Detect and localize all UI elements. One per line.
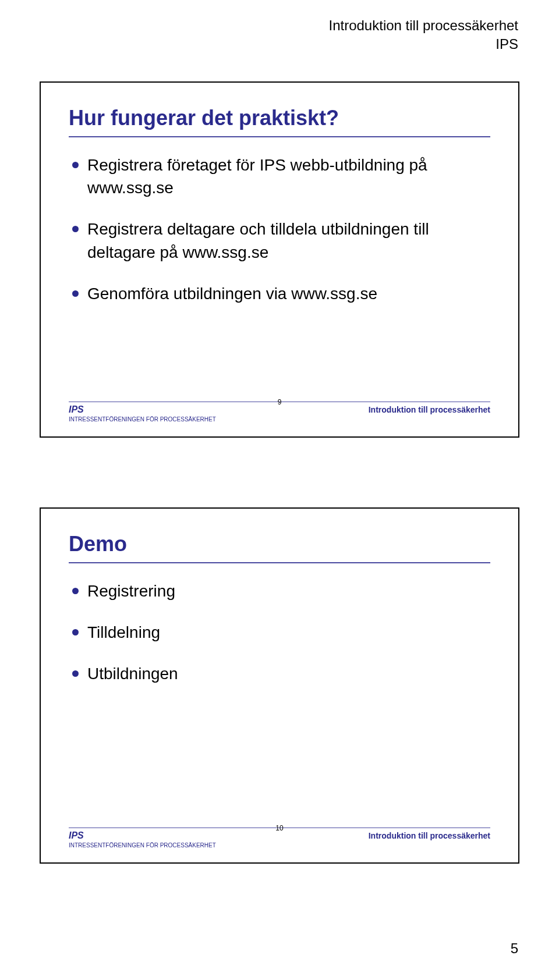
footer-brand: IPS [69,830,84,841]
footer-subtitle: INTRESSENTFÖRENINGEN FÖR PROCESSÄKERHET [69,416,490,422]
page-header: Introduktion till processäkerhet IPS [329,16,519,54]
slide-2: Demo Registrering Tilldelning Utbildning… [40,507,519,864]
slide-footer: IPS Introduktion till processäkerhet 9 I… [69,402,490,422]
slide-number: 10 [275,824,283,832]
footer-subtitle: INTRESSENTFÖRENINGEN FÖR PROCESSÄKERHET [69,842,490,848]
slide-footer: IPS Introduktion till processäkerhet 10 … [69,828,490,848]
slide-title: Hur fungerar det praktiskt? [69,106,490,130]
bullet-item: Tilldelning [69,621,490,644]
title-rule [69,562,490,563]
slide-bullets: Registrera företaget för IPS webb-utbild… [69,154,490,305]
header-line-1: Introduktion till processäkerhet [329,16,519,35]
footer-title: Introduktion till processäkerhet [369,405,490,414]
footer-brand: IPS [69,404,84,415]
bullet-item: Registrering [69,580,490,602]
header-line-2: IPS [329,35,519,54]
bullet-item: Utbildningen [69,662,490,685]
slide-bullets: Registrering Tilldelning Utbildningen [69,580,490,686]
bullet-item: Genomföra utbildningen via www.ssg.se [69,282,490,305]
bullet-item: Registrera företaget för IPS webb-utbild… [69,154,490,199]
document-page: Introduktion till processäkerhet IPS Hur… [0,0,559,980]
bullet-item: Registrera deltagare och tilldela utbild… [69,218,490,263]
footer-title: Introduktion till processäkerhet [369,831,490,840]
slide-title: Demo [69,532,490,556]
slide-number: 9 [278,398,282,406]
page-number: 5 [511,940,518,957]
slide-1: Hur fungerar det praktiskt? Registrera f… [40,81,519,438]
title-rule [69,136,490,137]
slides-container: Hur fungerar det praktiskt? Registrera f… [40,81,519,933]
